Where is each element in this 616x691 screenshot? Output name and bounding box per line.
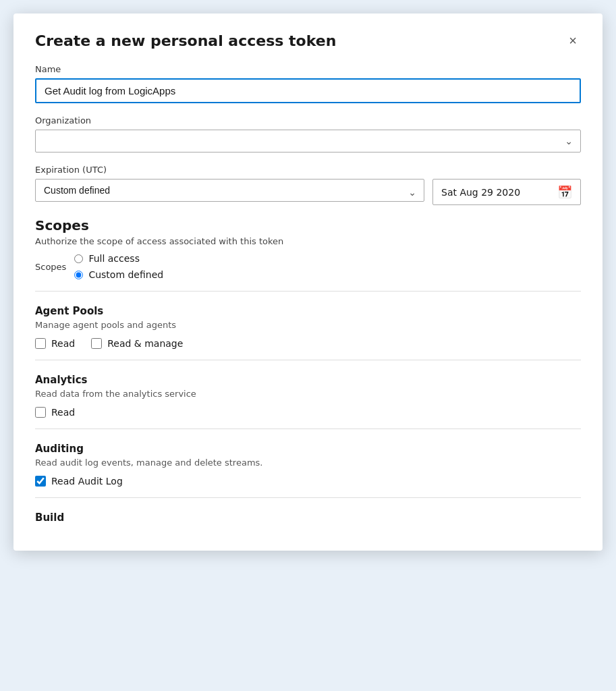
analytics-read-option[interactable]: Read: [35, 407, 75, 418]
agent-pools-read-checkbox[interactable]: [35, 338, 46, 349]
custom-defined-radio[interactable]: [74, 271, 83, 279]
agent-pools-title: Agent Pools: [35, 305, 581, 317]
organization-label: Organization: [35, 115, 581, 126]
analytics-read-label: Read: [51, 407, 75, 418]
auditing-read-label: Read Audit Log: [51, 476, 123, 487]
scopes-heading: Scopes: [35, 217, 581, 233]
agent-pools-manage-checkbox[interactable]: [91, 338, 102, 349]
analytics-title: Analytics: [35, 374, 581, 386]
analytics-desc: Read data from the analytics service: [35, 389, 581, 399]
create-token-dialog: Create a new personal access token × Nam…: [13, 13, 603, 551]
agent-pools-desc: Manage agent pools and agents: [35, 320, 581, 330]
date-value: Sat Aug 29 2020: [441, 187, 520, 198]
agent-pools-manage-option[interactable]: Read & manage: [91, 338, 183, 349]
analytics-permissions: Read: [35, 407, 581, 418]
build-title: Build: [35, 512, 581, 524]
close-button[interactable]: ×: [565, 32, 581, 49]
full-access-label[interactable]: Full access: [88, 253, 140, 264]
scopes-section: Scopes Authorize the scope of access ass…: [35, 217, 581, 280]
auditing-read-option[interactable]: Read Audit Log: [35, 476, 123, 487]
category-build: Build: [35, 498, 581, 529]
scopes-description: Authorize the scope of access associated…: [35, 236, 581, 246]
date-picker[interactable]: Sat Aug 29 2020 📅: [432, 179, 581, 205]
dialog-title: Create a new personal access token: [35, 32, 336, 49]
category-agent-pools: Agent Pools Manage agent pools and agent…: [35, 292, 581, 360]
auditing-title: Auditing: [35, 443, 581, 455]
expiration-row: 30 days 60 days 90 days Custom defined ⌄…: [35, 179, 581, 205]
organization-field-group: Organization ⌄: [35, 115, 581, 153]
full-access-option: Full access: [74, 253, 163, 264]
scope-radio-group: Full access Custom defined: [74, 253, 163, 280]
name-field-group: Name: [35, 64, 581, 103]
expiration-select[interactable]: 30 days 60 days 90 days Custom defined: [35, 179, 424, 202]
agent-pools-read-label: Read: [51, 338, 75, 349]
scopes-label: Scopes: [35, 262, 66, 272]
expiration-label: Expiration (UTC): [35, 165, 581, 175]
agent-pools-manage-label: Read & manage: [107, 338, 183, 349]
analytics-read-checkbox[interactable]: [35, 407, 46, 418]
custom-defined-option: Custom defined: [74, 269, 163, 280]
scope-options: Scopes Full access Custom defined: [35, 253, 581, 280]
auditing-read-checkbox[interactable]: [35, 476, 46, 487]
agent-pools-read-option[interactable]: Read: [35, 338, 75, 349]
agent-pools-permissions: Read Read & manage: [35, 338, 581, 349]
organization-select[interactable]: [35, 130, 581, 153]
expiration-select-wrapper: 30 days 60 days 90 days Custom defined ⌄: [35, 179, 424, 205]
dialog-header: Create a new personal access token ×: [35, 32, 581, 49]
auditing-permissions: Read Audit Log: [35, 476, 581, 487]
name-input[interactable]: [35, 78, 581, 103]
category-analytics: Analytics Read data from the analytics s…: [35, 360, 581, 429]
expiration-field-group: Expiration (UTC) 30 days 60 days 90 days…: [35, 165, 581, 205]
category-auditing: Auditing Read audit log events, manage a…: [35, 429, 581, 498]
full-access-radio[interactable]: [74, 254, 83, 263]
organization-select-wrapper: ⌄: [35, 130, 581, 153]
calendar-icon: 📅: [557, 185, 572, 199]
custom-defined-label[interactable]: Custom defined: [88, 269, 163, 280]
categories-scroll-area[interactable]: Agent Pools Manage agent pools and agent…: [35, 292, 581, 529]
auditing-desc: Read audit log events, manage and delete…: [35, 458, 581, 468]
name-label: Name: [35, 64, 581, 74]
